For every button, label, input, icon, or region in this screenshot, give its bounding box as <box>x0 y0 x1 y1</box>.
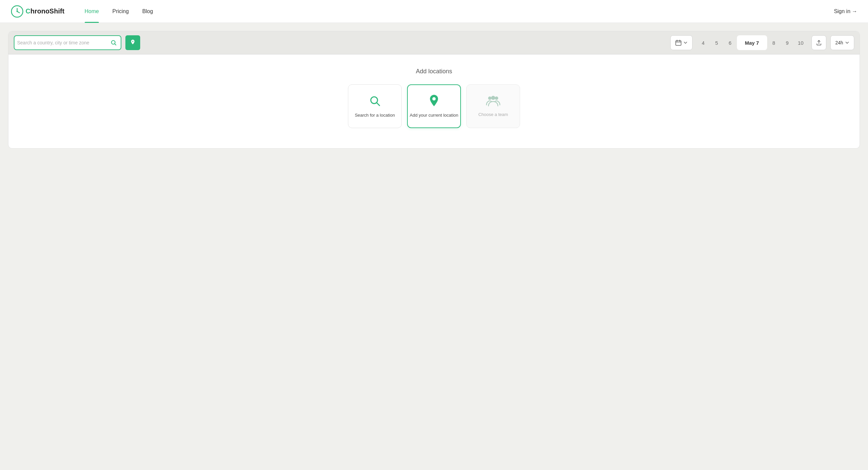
date-8[interactable]: 8 <box>767 35 781 50</box>
team-label: Choose a team <box>478 112 508 118</box>
time-format-label: 24h <box>835 40 843 45</box>
search-button[interactable] <box>109 38 118 47</box>
search-wrapper <box>14 35 121 50</box>
location-pin-icon <box>129 39 136 46</box>
date-6[interactable]: 6 <box>723 35 737 50</box>
current-location-button[interactable] <box>125 35 140 50</box>
calendar-button[interactable] <box>670 35 692 50</box>
add-locations-title: Add locations <box>416 68 452 75</box>
search-location-card[interactable]: Search for a location <box>348 84 402 128</box>
time-format-button[interactable]: 24h <box>830 35 854 50</box>
current-location-card[interactable]: Add your current location <box>407 84 461 128</box>
svg-point-12 <box>432 97 436 100</box>
share-icon <box>816 40 822 46</box>
nav-right: Sign in → <box>834 8 857 14</box>
calendar-icon <box>675 40 681 46</box>
current-location-icon <box>428 94 440 107</box>
svg-rect-6 <box>676 41 681 45</box>
team-location-card[interactable]: Choose a team <box>466 84 520 128</box>
svg-line-5 <box>115 44 116 45</box>
search-input[interactable] <box>17 40 109 45</box>
nav-link-pricing[interactable]: Pricing <box>105 0 135 23</box>
current-location-label: Add your current location <box>410 112 459 118</box>
logo-link[interactable]: ChronoShift <box>11 5 65 18</box>
share-button[interactable] <box>811 35 826 50</box>
svg-line-11 <box>377 103 379 105</box>
main-content: 4 5 6 May 7 8 9 10 24h <box>0 23 868 157</box>
calendar-chevron-icon <box>683 41 687 45</box>
logo-icon <box>11 5 24 18</box>
sign-in-link[interactable]: Sign in → <box>834 8 857 14</box>
search-icon <box>111 40 117 46</box>
svg-point-13 <box>488 96 492 100</box>
date-9[interactable]: 9 <box>781 35 794 50</box>
svg-point-3 <box>17 11 18 12</box>
date-may7[interactable]: May 7 <box>737 35 767 50</box>
app-panel: 4 5 6 May 7 8 9 10 24h <box>8 31 860 149</box>
date-navigation: 4 5 6 May 7 8 9 10 <box>696 35 807 50</box>
location-cards: Search for a location Add your current l… <box>348 84 520 128</box>
date-4[interactable]: 4 <box>696 35 710 50</box>
nav-link-home[interactable]: Home <box>78 0 106 23</box>
navigation: ChronoShift Home Pricing Blog Sign in → <box>0 0 868 23</box>
date-5[interactable]: 5 <box>710 35 723 50</box>
team-icon <box>486 95 501 107</box>
date-10[interactable]: 10 <box>794 35 807 50</box>
add-locations-area: Add locations Search for a location <box>8 55 860 148</box>
nav-link-blog[interactable]: Blog <box>135 0 160 23</box>
svg-point-14 <box>495 96 498 100</box>
nav-links: Home Pricing Blog <box>78 0 834 23</box>
search-location-icon <box>368 94 381 107</box>
toolbar: 4 5 6 May 7 8 9 10 24h <box>8 31 860 55</box>
logo-text: ChronoShift <box>26 7 65 15</box>
svg-point-15 <box>491 96 495 100</box>
search-location-label: Search for a location <box>355 112 395 118</box>
time-format-chevron-icon <box>845 41 849 45</box>
